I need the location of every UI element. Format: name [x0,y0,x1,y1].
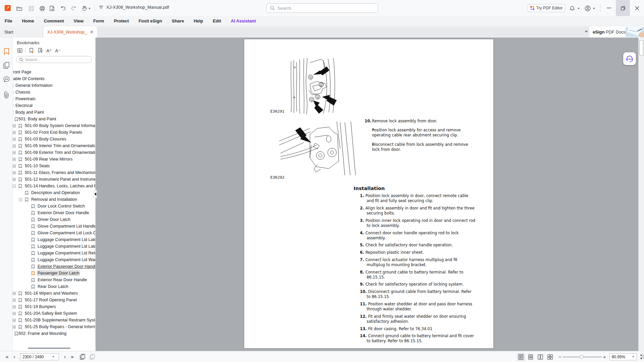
zoom-out-button[interactable]: − [558,354,561,360]
bookmark-item[interactable]: Passenger Door Latch [13,270,95,277]
menu-form[interactable]: Form [93,18,104,23]
bookmark-item[interactable]: Door Lock Control Switch [13,203,95,210]
account-dropdown-caret[interactable] [592,5,596,12]
menu-comment[interactable]: Comment [44,18,64,23]
bookmark-item[interactable]: able Of Contents [13,76,95,82]
bookmark-item[interactable]: +501-10 Seats [13,163,95,170]
bookmarks-search[interactable] [16,56,92,63]
quick-tool-icon[interactable] [99,5,104,9]
page-number-input[interactable] [22,355,52,359]
bookmark-item[interactable]: +501-02 Front End Body Panels [13,129,95,136]
bookmark-item[interactable]: Luggage Compartment Lid Latch [13,243,95,250]
bookmark-item[interactable]: : Body and Paint [13,109,95,116]
continuous-view-button[interactable] [527,353,535,361]
minimize-button[interactable] [602,0,616,16]
bookmark-item[interactable]: : Electrical [13,103,95,109]
bookmark-item[interactable]: 502: Frame and Mounting [13,330,95,337]
tab-close-icon[interactable]: ✕ [90,29,94,35]
expand-icon[interactable]: + [13,319,16,322]
tab-list-dropdown-caret[interactable] [585,31,588,33]
expand-icon[interactable]: + [13,151,16,154]
fullscreen-button[interactable] [640,354,644,359]
expand-icon[interactable]: + [13,138,16,141]
bookmark-item[interactable]: Luggage Compartment Lid Warn [13,257,95,263]
open-file-button[interactable] [15,5,23,12]
bookmark-item[interactable]: ront Page [13,69,95,76]
expand-icon[interactable]: + [13,312,16,315]
bookmark-item[interactable]: +501-11 Glass, Frames and Mechanisms [13,170,95,176]
tab-document[interactable]: XJ-X308_Workshop_... ✕ [43,26,97,38]
tab-start[interactable]: Start [0,26,43,38]
page-dropdown-caret[interactable] [52,356,54,358]
menu-view[interactable]: View [73,18,83,23]
menu-edit[interactable]: Edit [213,18,221,23]
attachments-panel-icon[interactable] [3,91,10,99]
comments-panel-icon[interactable] [3,76,10,83]
bookmark-item[interactable]: Exterior Rear Door Handle [13,277,95,284]
bookmark-item[interactable]: 501: Body and Paint [13,116,95,123]
print-button[interactable] [39,5,46,12]
global-search[interactable] [266,3,378,13]
bookmark-item[interactable]: +501-20B Supplemental Restraint System [13,317,95,324]
account-avatar-icon[interactable] [584,5,591,12]
close-window-button[interactable] [630,0,644,16]
scrollbar-thumb[interactable] [639,40,643,56]
vertical-scrollbar[interactable] [638,38,644,351]
next-page-button[interactable]: › [64,354,66,360]
expand-icon[interactable]: + [13,124,16,127]
esign-promo-banner[interactable]: eSign PDF Docs [589,26,644,38]
collapse-icon[interactable]: - [13,185,16,188]
try-pdf-editor-button[interactable]: Try PDF Editor [528,4,565,12]
single-page-view-button[interactable] [517,353,525,361]
panel-collapse-handle[interactable] [94,190,97,198]
zoom-level-box[interactable] [609,353,637,360]
bookmark-item[interactable]: Description and Operation [13,190,95,196]
menu-help[interactable]: Help [194,18,203,23]
bookmarks-panel-icon[interactable] [3,48,10,55]
pages-panel-icon[interactable] [3,62,10,69]
collapse-icon[interactable]: - [19,198,22,201]
menu-home[interactable]: Home [22,18,34,23]
expand-icon[interactable]: + [13,299,16,302]
bookmark-item[interactable]: +501-25 Body Repairs - General Informati [13,324,95,330]
ai-assistant-floating-button[interactable]: AI [623,52,636,65]
previous-view-button[interactable] [80,354,86,360]
expand-icon[interactable]: + [13,325,16,328]
bookmark-item[interactable]: -501-14 Handles, Locks, Latches and Entr [13,183,95,190]
bookmark-item[interactable]: : General Information [13,82,95,89]
page-number-box[interactable] [20,353,59,360]
expand-icon[interactable]: + [13,158,16,161]
menu-ai-assistant[interactable]: AI Assistant [231,18,256,23]
facing-continuous-view-button[interactable] [546,353,554,361]
last-page-button[interactable]: » [71,354,74,360]
zoom-level-input[interactable] [612,355,629,359]
save-button[interactable] [28,5,35,12]
add-bookmark-icon[interactable] [29,48,35,54]
expand-icon[interactable]: + [13,305,16,308]
bookmark-options-icon[interactable] [17,48,23,54]
zoom-slider-thumb[interactable] [580,355,583,359]
restore-window-button[interactable] [616,0,630,16]
previous-page-button[interactable]: ‹ [13,354,15,360]
find-bookmark-icon[interactable] [37,48,43,54]
export-page-button[interactable] [48,5,56,12]
bookmark-item[interactable]: Rear Door Latch [13,284,95,290]
expand-icon[interactable]: + [13,292,16,295]
facing-view-button[interactable] [536,353,544,361]
bookmark-item[interactable]: +501-17 Roof Opening Panel [13,297,95,304]
decrease-text-size-icon[interactable]: A⁻ [55,48,61,54]
bookmark-item[interactable]: +501-20A Safety Belt System [13,310,95,317]
increase-text-size-icon[interactable]: A⁺ [46,48,52,54]
next-view-button[interactable] [90,354,96,360]
expand-icon[interactable]: + [13,131,16,134]
bookmarks-search-input[interactable] [25,58,82,62]
bookmark-item[interactable]: : Chassis [13,89,95,96]
bookmark-item[interactable]: Glove Compartment Lid Handle [13,223,95,230]
undo-button[interactable] [59,5,67,12]
redo-button[interactable] [70,5,77,12]
bookmark-item[interactable]: +501-19 Bumpers [13,304,95,310]
menu-foxit-esign[interactable]: Foxit eSign [139,18,162,23]
zoom-in-button[interactable]: + [603,354,606,360]
bookmark-item[interactable]: : Powertrain [13,96,95,103]
bookmark-item[interactable]: +501-05 Interior Trim and Ornamentation [13,143,95,149]
